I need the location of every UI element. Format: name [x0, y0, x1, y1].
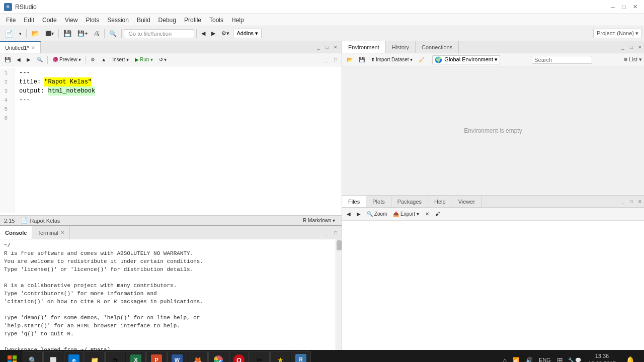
load-workspace-btn[interactable]: 📂	[344, 55, 355, 65]
menu-code[interactable]: Code	[38, 16, 61, 25]
delete-plot-btn[interactable]: ✕	[423, 209, 432, 219]
tray-more-icons[interactable]: ⊞	[555, 355, 565, 362]
brush-btn[interactable]: 🖌	[433, 209, 443, 219]
tab-viewer[interactable]: Viewer	[452, 196, 481, 207]
files-close-btn[interactable]: ✕	[636, 198, 644, 205]
editor-ctrl-minimize[interactable]: _	[323, 56, 331, 63]
maximize-button[interactable]: □	[619, 3, 629, 12]
notification-btn[interactable]: 🔔	[622, 350, 638, 362]
taskbar-unknown1[interactable]: ✂	[250, 351, 270, 362]
editor-save-btn[interactable]: 💾	[2, 55, 13, 65]
run-button[interactable]: ▶ Run ▾	[132, 55, 155, 65]
files-maximize-btn[interactable]: □	[627, 198, 635, 205]
env-maximize-btn[interactable]: □	[627, 44, 635, 51]
taskbar-ppt[interactable]: P	[146, 351, 167, 362]
tray-volume-icon[interactable]: 🔊	[524, 356, 535, 363]
console-scrollbar[interactable]	[336, 239, 342, 350]
files-back-btn[interactable]: ◀	[344, 209, 353, 219]
env-minimize-btn[interactable]: _	[619, 44, 627, 51]
menu-tools[interactable]: Tools	[205, 16, 227, 25]
menu-debug[interactable]: Debug	[154, 16, 180, 25]
taskbar-excel[interactable]: X	[126, 351, 146, 362]
tray-lang[interactable]: ENG	[537, 356, 553, 362]
goto-file-button[interactable]: Go to file/function	[124, 29, 194, 38]
save-button[interactable]: 💾	[61, 28, 74, 39]
tab-history[interactable]: History	[386, 41, 416, 53]
export-btn[interactable]: 📤 Export ▾	[390, 209, 421, 219]
menu-plots[interactable]: Plots	[82, 16, 104, 25]
menu-session[interactable]: Session	[103, 16, 133, 25]
tab-environment[interactable]: Environment	[342, 41, 386, 53]
taskbar-unknown2[interactable]: ★	[270, 351, 290, 362]
forward-button[interactable]: ▶	[209, 28, 218, 39]
editor-back-btn[interactable]: ◀	[14, 55, 23, 65]
editor-forward-btn[interactable]: ▶	[24, 55, 33, 65]
close-button[interactable]: ✕	[630, 3, 640, 12]
tray-icon-2[interactable]: 🔧	[568, 357, 574, 363]
tab-plots[interactable]: Plots	[366, 196, 391, 207]
editor-tab-close[interactable]: ✕	[31, 45, 35, 50]
editor-ctrl-maximize[interactable]: □	[332, 56, 340, 63]
taskbar-word[interactable]: W	[167, 351, 187, 362]
project-label[interactable]: Project: (None) ▾	[593, 29, 642, 38]
import-dataset-btn[interactable]: ⬆ Import Dataset ▾	[368, 55, 415, 65]
files-minimize-btn[interactable]: _	[619, 198, 627, 205]
addins-button[interactable]: Addins ▾	[233, 29, 262, 38]
editor-maximize-btn[interactable]: □	[323, 44, 331, 51]
files-forward-btn[interactable]: ▶	[354, 209, 363, 219]
console-tab-terminal[interactable]: Terminal ✕	[32, 226, 70, 239]
console-maximize-btn[interactable]: □	[332, 229, 340, 236]
save-all-button[interactable]: 💾+	[75, 28, 90, 39]
console-minimize-btn[interactable]: _	[323, 229, 331, 236]
menu-profile[interactable]: Profile	[180, 16, 205, 25]
taskbar-firefox[interactable]: 🦊	[188, 351, 208, 362]
global-env-selector[interactable]: 🌍 Global Environment ▾	[432, 55, 500, 64]
print-button[interactable]: 🖨	[91, 28, 102, 39]
system-clock[interactable]: 13:36 12.10.2017	[584, 352, 620, 362]
menu-edit[interactable]: Edit	[20, 16, 38, 25]
console-content[interactable]: ~/ R is free software and comes with ABS…	[0, 239, 342, 350]
menu-build[interactable]: Build	[133, 16, 154, 25]
editor-close-btn[interactable]: ✕	[332, 44, 340, 51]
tab-connections[interactable]: Connections	[416, 41, 459, 53]
taskbar-chrome[interactable]	[208, 351, 228, 362]
menu-view[interactable]: View	[61, 16, 82, 25]
tab-files[interactable]: Files	[342, 196, 366, 207]
tray-icon-3[interactable]: 💬	[575, 357, 581, 363]
recent-files-button[interactable]: ⬛▾	[43, 28, 56, 39]
console-tab-console[interactable]: Console	[0, 226, 32, 239]
task-view-btn[interactable]: ⬜	[43, 351, 63, 362]
knit-button[interactable]: 🧶 Preview ▾	[50, 55, 84, 65]
clear-workspace-btn[interactable]: 🧹	[416, 55, 427, 65]
env-search-input[interactable]	[532, 56, 592, 64]
tray-icon-1[interactable]: △	[501, 356, 509, 363]
editor-chunk-btn[interactable]: ⚙	[88, 55, 98, 65]
language-selector[interactable]: R Markdown ▾	[300, 216, 338, 226]
env-close-btn[interactable]: ✕	[636, 44, 644, 51]
rerun-button[interactable]: ↺ ▾	[156, 55, 169, 65]
taskbar-search[interactable]: 🔍	[23, 351, 43, 362]
editor-minimize-btn[interactable]: _	[314, 44, 323, 51]
list-view-btn[interactable]: ≡ List ▾	[624, 56, 642, 63]
menu-help[interactable]: Help	[227, 16, 248, 25]
new-file-dropdown[interactable]: ▾	[17, 28, 24, 39]
compile-button[interactable]: ⚙▾	[219, 28, 232, 39]
open-file-button[interactable]: 📂	[29, 28, 42, 39]
editor-search-btn[interactable]: 🔍	[34, 55, 45, 65]
new-file-button[interactable]: 📄	[2, 28, 16, 39]
run-above-btn[interactable]: ▲	[99, 55, 109, 65]
find-button[interactable]: 🔍	[107, 28, 119, 39]
taskbar-store[interactable]: 🛍	[105, 351, 125, 362]
taskbar-opera[interactable]: O	[229, 351, 249, 362]
tab-help[interactable]: Help	[428, 196, 452, 207]
tray-network-icon[interactable]: 📶	[511, 356, 522, 363]
menu-file[interactable]: File	[2, 16, 20, 25]
code-content[interactable]: --- title: "Rapot Kelas" output: html_no…	[15, 68, 342, 213]
minimize-button[interactable]: ─	[608, 3, 618, 12]
tab-packages[interactable]: Packages	[391, 196, 428, 207]
code-editor[interactable]: 1 2 3 4 5 6 --- title: "Rapot Kelas" out…	[0, 66, 342, 215]
terminal-close[interactable]: ✕	[60, 230, 64, 235]
back-button[interactable]: ◀	[199, 28, 208, 39]
save-workspace-btn[interactable]: 💾	[356, 55, 367, 65]
editor-tab-untitled1[interactable]: Untitled1* ✕	[0, 41, 41, 53]
